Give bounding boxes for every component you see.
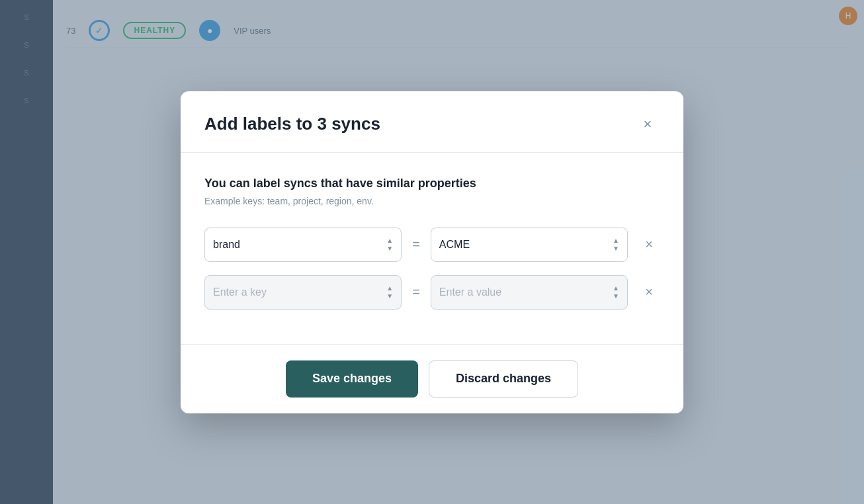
label-row-1: ▲ ▼ = ▲ ▼ ×: [204, 228, 660, 262]
value-spinner-2[interactable]: ▲ ▼: [613, 285, 619, 300]
key-spinner-1[interactable]: ▲ ▼: [386, 237, 393, 252]
delete-row-2-button[interactable]: ×: [638, 282, 660, 303]
key-field-1[interactable]: [213, 239, 386, 251]
equals-2: =: [412, 284, 420, 300]
modal: Add labels to 3 syncs × You can label sy…: [181, 91, 683, 413]
modal-body: You can label syncs that have similar pr…: [181, 153, 683, 345]
close-button[interactable]: ×: [636, 112, 660, 136]
value-input-1[interactable]: ▲ ▼: [431, 228, 628, 262]
modal-title: Add labels to 3 syncs: [204, 114, 380, 134]
discard-changes-button[interactable]: Discard changes: [429, 360, 578, 398]
modal-footer: Save changes Discard changes: [181, 345, 683, 413]
description-sub: Example keys: team, project, region, env…: [204, 196, 660, 206]
delete-row-1-button[interactable]: ×: [638, 234, 660, 255]
modal-header: Add labels to 3 syncs ×: [181, 91, 683, 153]
value-field-1[interactable]: [439, 239, 613, 251]
key-field-2[interactable]: [213, 286, 386, 298]
key-input-1[interactable]: ▲ ▼: [204, 228, 402, 262]
value-spinner-1[interactable]: ▲ ▼: [613, 237, 619, 252]
key-spinner-2[interactable]: ▲ ▼: [386, 285, 393, 300]
description-main: You can label syncs that have similar pr…: [204, 177, 660, 190]
value-field-2[interactable]: [439, 286, 613, 298]
key-input-2[interactable]: ▲ ▼: [204, 275, 402, 310]
label-row-2: ▲ ▼ = ▲ ▼ ×: [204, 275, 660, 310]
modal-overlay: Add labels to 3 syncs × You can label sy…: [0, 0, 864, 504]
equals-1: =: [412, 237, 420, 252]
save-changes-button[interactable]: Save changes: [286, 360, 418, 398]
value-input-2[interactable]: ▲ ▼: [431, 275, 628, 310]
